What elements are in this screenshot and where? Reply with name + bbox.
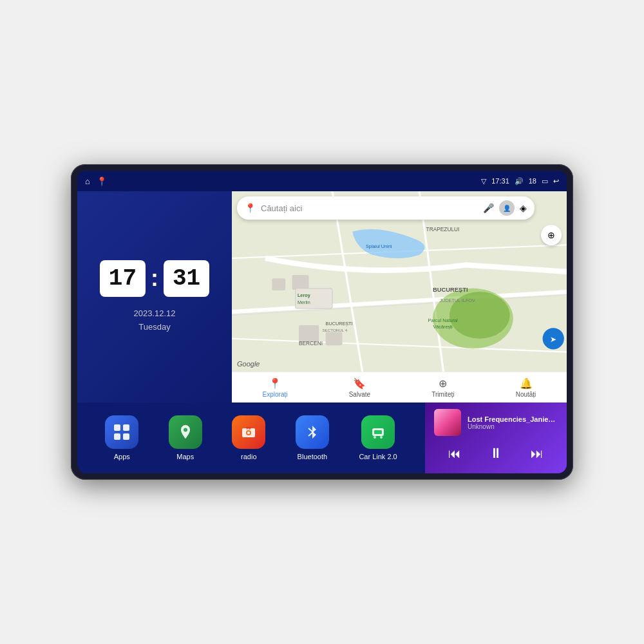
prev-button[interactable]: ⏮: [443, 444, 466, 464]
send-icon: ⊕: [439, 377, 447, 390]
svg-text:FM: FM: [247, 426, 251, 430]
device-screen: ⌂ 📍 ▽ 17:31 🔊 18 ▭ ↩ 17 :: [77, 171, 567, 473]
svg-rect-37: [374, 430, 382, 434]
svg-text:Splaiul Unirii: Splaiul Unirii: [366, 243, 392, 249]
map-nav-explore[interactable]: 📍 Explorați: [263, 377, 288, 398]
svg-text:TRAPEZULUI: TRAPEZULUI: [426, 226, 460, 232]
battery-icon: ▭: [542, 177, 548, 185]
svg-point-38: [374, 436, 376, 439]
top-section: 17 : 31 2023.12.12 Tuesday: [77, 191, 567, 402]
map-controls: ⊕: [541, 225, 562, 245]
volume-icon: 🔊: [515, 177, 524, 185]
radio-icon: FM: [232, 415, 265, 449]
svg-rect-13: [296, 289, 332, 308]
bluetooth-label: Bluetooth: [298, 453, 327, 460]
map-nav-send[interactable]: ⊕ Trimiteți: [431, 377, 454, 398]
explore-icon: 📍: [269, 377, 281, 390]
music-info: Lost Frequencies_Janieck Devy-... Unknow…: [434, 409, 558, 436]
svg-text:Leroy: Leroy: [298, 292, 310, 298]
app-item-bluetooth[interactable]: Bluetooth: [296, 415, 329, 460]
music-title: Lost Frequencies_Janieck Devy-...: [468, 415, 558, 423]
map-nav-news[interactable]: 🔔 Noutăți: [516, 377, 536, 398]
music-thumbnail: [434, 409, 461, 436]
music-text: Lost Frequencies_Janieck Devy-... Unknow…: [468, 415, 558, 430]
svg-point-31: [184, 428, 187, 432]
maps-status-icon[interactable]: 📍: [97, 176, 107, 186]
app-item-apps[interactable]: Apps: [105, 415, 138, 460]
map-panel[interactable]: Leroy Merlin BUCUREȘTI JUDEȚUL ILFOV BER…: [232, 191, 567, 402]
svg-rect-12: [292, 275, 309, 290]
device-frame: ⌂ 📍 ▽ 17:31 🔊 18 ▭ ↩ 17 :: [71, 164, 573, 480]
bottom-section: Apps Maps: [77, 402, 567, 473]
status-left-icons: ⌂ 📍: [85, 176, 107, 186]
svg-rect-0: [232, 191, 567, 392]
mic-icon[interactable]: 🎤: [483, 203, 494, 213]
map-search-input[interactable]: Căutați aici: [261, 204, 478, 213]
svg-rect-10: [326, 332, 343, 345]
svg-text:Merlin: Merlin: [298, 299, 310, 305]
map-bottom-nav: 📍 Explorați 🔖 Salvate ⊕ Trimiteți 🔔: [232, 372, 567, 402]
clock-minutes: 31: [164, 260, 209, 297]
svg-text:➤: ➤: [550, 335, 556, 344]
svg-rect-9: [299, 325, 319, 342]
news-label: Noutăți: [516, 391, 536, 398]
svg-text:JUDEȚUL ILFOV: JUDEȚUL ILFOV: [439, 298, 475, 303]
radio-label: radio: [241, 453, 256, 460]
app-item-radio[interactable]: FM radio: [232, 415, 265, 460]
svg-text:BUCUREȘTI: BUCUREȘTI: [433, 287, 468, 293]
music-player: Lost Frequencies_Janieck Devy-... Unknow…: [425, 402, 567, 473]
svg-text:Văcărești: Văcărești: [433, 324, 453, 330]
signal-icon: ▽: [481, 177, 486, 185]
explore-label: Explorați: [263, 391, 288, 398]
svg-text:SECTORUL 4: SECTORUL 4: [322, 328, 347, 332]
clock-panel: 17 : 31 2023.12.12 Tuesday: [77, 191, 232, 402]
send-label: Trimiteți: [431, 391, 454, 398]
app-item-maps[interactable]: Maps: [169, 415, 202, 460]
apps-label: Apps: [114, 453, 130, 460]
news-icon: 🔔: [520, 377, 533, 390]
clock-hours: 17: [100, 260, 146, 297]
apps-icon: [105, 415, 138, 449]
home-icon[interactable]: ⌂: [85, 176, 90, 186]
clock-date: 2023.12.12 Tuesday: [133, 307, 175, 334]
back-icon[interactable]: ↩: [553, 177, 559, 185]
carlink-label: Car Link 2.0: [359, 453, 397, 460]
google-maps-logo: 📍: [245, 203, 256, 213]
saved-icon: 🔖: [353, 377, 366, 390]
user-avatar[interactable]: 👤: [499, 200, 515, 216]
status-right: ▽ 17:31 🔊 18 ▭ ↩: [481, 177, 559, 185]
status-time: 17:31: [491, 177, 509, 185]
music-artist: Unknown: [468, 423, 558, 430]
google-logo: Google: [237, 360, 260, 368]
maps-app-icon: [169, 415, 202, 449]
music-thumb-image: [434, 409, 461, 436]
map-nav-saved[interactable]: 🔖 Salvate: [349, 377, 370, 398]
svg-point-39: [380, 436, 383, 439]
volume-level: 18: [529, 177, 536, 185]
status-bar: ⌂ 📍 ▽ 17:31 🔊 18 ▭ ↩: [77, 171, 567, 191]
svg-rect-11: [272, 278, 285, 290]
maps-label: Maps: [176, 453, 194, 460]
bluetooth-app-icon: [296, 415, 329, 449]
svg-text:BERCENI: BERCENI: [299, 340, 323, 346]
main-content: 17 : 31 2023.12.12 Tuesday: [77, 191, 567, 473]
svg-rect-27: [114, 424, 120, 431]
map-search-bar[interactable]: 📍 Căutați aici 🎤 👤 ◈: [237, 196, 535, 220]
next-button[interactable]: ⏭: [526, 444, 549, 464]
map-background: Leroy Merlin BUCUREȘTI JUDEȚUL ILFOV BER…: [232, 191, 567, 392]
location-btn[interactable]: ⊕: [541, 225, 562, 245]
svg-rect-30: [123, 433, 129, 440]
carlink-icon: [361, 415, 395, 449]
app-item-carlink[interactable]: Car Link 2.0: [359, 415, 397, 460]
clock-colon: :: [151, 265, 158, 292]
svg-point-34: [247, 431, 250, 434]
layers-icon[interactable]: ◈: [520, 203, 527, 213]
music-controls: ⏮ ⏸ ⏭: [434, 442, 558, 464]
svg-text:BUCUREȘTI: BUCUREȘTI: [326, 321, 353, 327]
svg-text:Parcul Natural: Parcul Natural: [428, 317, 458, 323]
play-pause-button[interactable]: ⏸: [484, 442, 508, 464]
svg-rect-29: [114, 433, 120, 440]
svg-rect-28: [123, 424, 129, 431]
saved-label: Salvate: [349, 391, 370, 398]
clock-display: 17 : 31: [100, 260, 209, 297]
